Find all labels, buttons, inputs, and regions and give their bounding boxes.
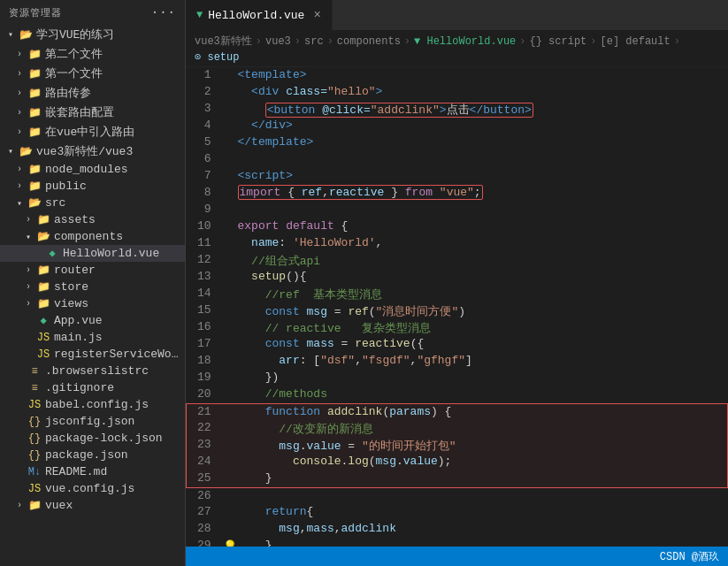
code-line-17: 17 const mass = reactive({	[187, 336, 728, 353]
bc-part-8: ⊙ setup	[195, 50, 239, 64]
sidebar-item-label: public	[45, 180, 185, 193]
sidebar-item-router[interactable]: ›📁router	[0, 262, 185, 279]
file-icon: 📁	[35, 280, 51, 294]
line-gutter	[222, 101, 238, 118]
sidebar-item-vueconfigjs[interactable]: JSvue.config.js	[0, 480, 185, 497]
code-line-25: 25 }	[187, 470, 728, 487]
sidebar-item-label: 在vue中引入路由	[45, 124, 185, 140]
sidebar-item-route-pass[interactable]: ›📁路由传参	[0, 83, 185, 103]
sidebar-item-readme[interactable]: M↓README.md	[0, 463, 185, 480]
file-icon: JS	[35, 332, 51, 344]
tab-close-button[interactable]: ×	[313, 9, 320, 21]
tab-helloworld[interactable]: ▼ HelloWorld.vue ×	[186, 0, 333, 31]
sidebar-item-jsconfigjson[interactable]: {}jsconfig.json	[0, 413, 185, 430]
line-gutter	[222, 202, 238, 218]
line-number: 25	[187, 470, 222, 487]
arrow-icon: ▾	[12, 198, 27, 209]
sidebar-item-second-file[interactable]: ›📁第二个文件	[0, 44, 185, 64]
line-number: 3	[187, 101, 222, 118]
line-content: }	[238, 470, 728, 487]
line-number: 14	[187, 286, 222, 302]
sidebar-item-label: README.md	[45, 465, 185, 478]
line-number: 9	[187, 202, 222, 218]
line-gutter	[222, 252, 238, 269]
bc-part-7: [e] default	[601, 35, 671, 48]
sidebar-item-vue-import-route[interactable]: ›📁在vue中引入路由	[0, 122, 185, 142]
sidebar-item-assets[interactable]: ›📁assets	[0, 211, 185, 228]
sidebar-item-packagelockjson[interactable]: {}package-lock.json	[0, 430, 185, 447]
line-gutter	[222, 521, 238, 538]
sidebar-item-gitignore[interactable]: ≡.gitignore	[0, 379, 185, 396]
line-gutter	[222, 470, 238, 487]
sidebar-header: 资源管理器 ···	[0, 0, 185, 25]
sidebar-item-babelconfig[interactable]: JSbabel.config.js	[0, 396, 185, 413]
line-content: //ref 基本类型消息	[238, 286, 728, 302]
sidebar-item-label: store	[54, 280, 185, 294]
more-icon[interactable]: ···	[151, 5, 176, 19]
line-content: </template>	[238, 134, 728, 151]
line-content	[238, 151, 728, 168]
line-number: 24	[187, 454, 222, 470]
code-line-16: 16 // reactive 复杂类型消息	[187, 319, 728, 336]
sidebar-item-src[interactable]: ▾📂src	[0, 195, 185, 211]
line-content: arr: ["dsf","fsgdf","gfhgf"]	[238, 353, 728, 370]
sidebar-item-label: router	[54, 264, 185, 277]
sidebar-item-vue3-features[interactable]: ▾📂vue3新特性/vue3	[0, 142, 185, 161]
file-icon: 📁	[27, 106, 42, 119]
line-number: 21	[187, 403, 222, 420]
sidebar-item-label: node_modules	[45, 163, 185, 176]
line-gutter	[222, 84, 238, 101]
file-icon: 📂	[35, 230, 51, 243]
file-icon: 📁	[35, 297, 51, 310]
sidebar-item-mainjs[interactable]: JSmain.js	[0, 329, 185, 346]
arrow-icon: ›	[12, 69, 27, 79]
file-icon: JS	[27, 399, 42, 411]
code-line-21: 21 function addclink(params) {	[187, 403, 728, 420]
sidebar-item-learn-vue[interactable]: ▾📂学习VUE的练习	[0, 25, 185, 44]
file-icon: ◆	[44, 247, 60, 260]
line-gutter	[222, 269, 238, 286]
arrow-icon: ▾	[21, 232, 35, 242]
sidebar-item-AppVue[interactable]: ◆App.vue	[0, 312, 185, 329]
sidebar-item-vuex[interactable]: ›📁vuex	[0, 497, 185, 514]
sidebar-item-label: App.vue	[54, 314, 185, 327]
line-content: name: 'HelloWorld',	[238, 235, 728, 252]
file-icon: 📁	[27, 48, 42, 61]
sidebar-item-first-file[interactable]: ›📁第一个文件	[0, 64, 185, 83]
arrow-icon: ›	[12, 108, 27, 118]
bc-sep-5: ›	[519, 35, 525, 48]
sidebar-item-label: 路由传参	[45, 85, 185, 101]
sidebar-item-public[interactable]: ›📁public	[0, 178, 185, 195]
arrow-icon: ›	[12, 164, 27, 174]
sidebar-item-HelloWorld[interactable]: ◆HelloWorld.vue	[0, 245, 185, 262]
status-text: CSDN @酒玖	[660, 549, 719, 564]
sidebar-item-node_modules[interactable]: ›📁node_modules	[0, 161, 185, 178]
sidebar-title: 资源管理器	[9, 6, 62, 19]
arrow-icon: ▾	[4, 29, 18, 40]
code-line-13: 13 setup(){	[187, 269, 728, 286]
sidebar-item-label: components	[54, 230, 185, 243]
sidebar-item-components[interactable]: ▾📂components	[0, 228, 185, 245]
sidebar-item-views[interactable]: ›📁views	[0, 295, 185, 312]
arrow-icon: ›	[21, 282, 35, 292]
line-number: 11	[187, 235, 222, 252]
sidebar-items-container: ▾📂学习VUE的练习›📁第二个文件›📁第一个文件›📁路由传参›📁嵌套路由配置›📁…	[0, 25, 185, 514]
file-icon: 📂	[18, 145, 34, 158]
sidebar-item-browserslistrc[interactable]: ≡.browserslistrc	[0, 363, 185, 379]
code-line-12: 12 //组合式api	[187, 252, 728, 269]
sidebar-item-store[interactable]: ›📁store	[0, 279, 185, 295]
line-gutter: 💡	[222, 538, 238, 547]
code-line-15: 15 const msg = ref("消息时间方便")	[187, 302, 728, 319]
line-number: 12	[187, 252, 222, 269]
line-number: 13	[187, 269, 222, 286]
sidebar-item-packagejson[interactable]: {}package.json	[0, 447, 185, 463]
code-line-28: 28 msg,mass,addclink	[187, 521, 728, 538]
line-content: const mass = reactive({	[238, 336, 728, 353]
sidebar-item-embed-route[interactable]: ›📁嵌套路由配置	[0, 103, 185, 122]
code-line-14: 14 //ref 基本类型消息	[187, 286, 728, 302]
line-gutter	[222, 118, 238, 134]
sidebar-item-registerSW[interactable]: JSregisterServiceWorker.js	[0, 346, 185, 363]
line-content: msg,mass,addclink	[238, 521, 728, 538]
bc-part-1: vue3新特性	[195, 34, 252, 49]
file-icon: {}	[27, 449, 42, 462]
